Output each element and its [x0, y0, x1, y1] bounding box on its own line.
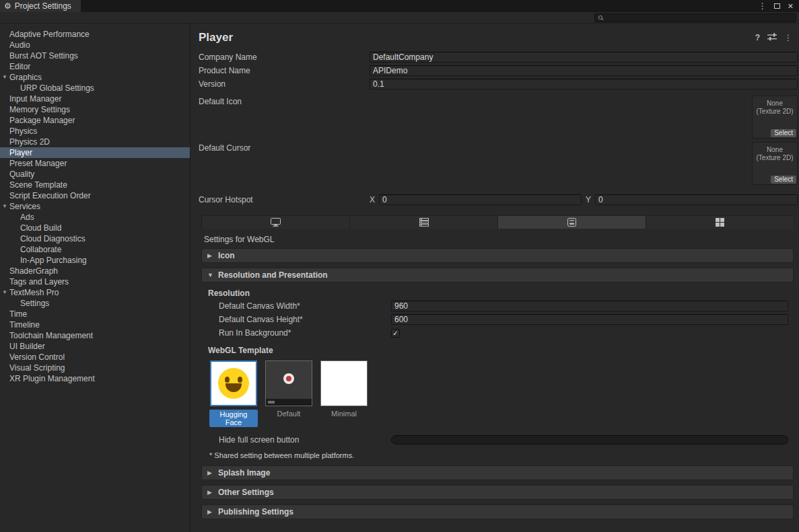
- sidebar-item-scene-template[interactable]: Scene Template: [0, 180, 190, 190]
- page-title: Player: [199, 31, 233, 44]
- canvas-height-row: Default Canvas Height*: [201, 313, 794, 326]
- sidebar-item-label: URP Global Settings: [20, 83, 94, 93]
- title-bar: ⚙ Project Settings ⋮ ✕: [0, 0, 799, 12]
- section-other-settings[interactable]: ▶ Other Settings: [201, 485, 794, 500]
- default-cursor-select-button[interactable]: Select: [771, 176, 796, 184]
- version-field[interactable]: [370, 79, 798, 89]
- search-input[interactable]: [604, 14, 796, 22]
- sidebar-item-cloud-build[interactable]: Cloud Build: [0, 223, 190, 233]
- sidebar-item-script-execution-order[interactable]: Script Execution Order: [0, 190, 190, 201]
- foldout-open-icon[interactable]: ▼: [1, 201, 9, 212]
- hotspot-y-field[interactable]: [595, 194, 798, 205]
- default-cursor-object-picker[interactable]: None (Texture 2D) Select: [752, 142, 798, 185]
- sidebar-item-burst-aot-settings[interactable]: Burst AOT Settings: [0, 50, 190, 61]
- sidebar-item-label: Editor: [9, 62, 30, 71]
- template-option-minimal[interactable]: Minimal: [320, 360, 368, 427]
- platform-tab-webgl[interactable]: [498, 216, 646, 229]
- fold-right-icon: ▶: [207, 252, 214, 259]
- company-name-label: Company Name: [199, 52, 370, 62]
- search-box[interactable]: [594, 13, 796, 22]
- sidebar-item-visual-scripting[interactable]: Visual Scripting: [0, 363, 190, 373]
- fold-right-icon: ▶: [207, 508, 214, 515]
- sidebar-item-urp-global-settings[interactable]: URP Global Settings: [0, 83, 190, 93]
- sidebar-item-services[interactable]: ▼Services: [0, 201, 190, 212]
- template-thumbnail[interactable]: [210, 360, 257, 406]
- hotspot-x-label: X: [370, 195, 379, 204]
- sidebar-item-physics-2d[interactable]: Physics 2D: [0, 137, 190, 147]
- sidebar-item-label: Physics 2D: [9, 137, 50, 147]
- sidebar-item-graphics[interactable]: ▼Graphics: [0, 72, 190, 83]
- section-publishing-settings[interactable]: ▶ Publishing Settings: [201, 504, 794, 519]
- sidebar-item-label: Ads: [20, 213, 34, 222]
- sidebar-item-label: Time: [9, 309, 27, 319]
- run-in-background-label: Run In Background*: [219, 328, 391, 338]
- maximize-icon[interactable]: [774, 3, 780, 9]
- gear-icon: ⚙: [4, 1, 11, 11]
- canvas-width-label: Default Canvas Width*: [219, 301, 391, 311]
- sidebar-item-adaptive-performance[interactable]: Adaptive Performance: [0, 29, 190, 40]
- sidebar-item-quality[interactable]: Quality: [0, 169, 190, 180]
- sidebar-item-label: Cloud Diagnostics: [20, 234, 85, 243]
- canvas-height-field[interactable]: [391, 314, 788, 325]
- product-name-field[interactable]: [370, 65, 798, 76]
- template-option-default[interactable]: Default: [265, 360, 313, 427]
- default-icon-select-button[interactable]: Select: [771, 129, 796, 137]
- sidebar-item-collaborate[interactable]: Collaborate: [0, 244, 190, 255]
- sidebar-item-time[interactable]: Time: [0, 309, 190, 319]
- sidebar-item-player[interactable]: Player: [0, 147, 190, 158]
- presets-icon[interactable]: [767, 33, 777, 43]
- section-publishing-settings-label: Publishing Settings: [218, 507, 293, 517]
- sidebar-item-label: In-App Purchasing: [20, 256, 87, 265]
- hide-fullscreen-row: Hide full screen button: [201, 433, 794, 447]
- default-icon-object-picker[interactable]: None (Texture 2D) Select: [752, 96, 798, 139]
- foldout-open-icon[interactable]: ▼: [1, 287, 9, 298]
- platform-tab-desktop[interactable]: [202, 216, 350, 229]
- sidebar-item-label: Player: [9, 148, 32, 157]
- help-icon[interactable]: ?: [755, 33, 760, 42]
- sidebar-item-preset-manager[interactable]: Preset Manager: [0, 158, 190, 169]
- sidebar-item-xr-plugin-management[interactable]: XR Plugin Management: [0, 373, 190, 384]
- hide-fullscreen-field[interactable]: [391, 435, 788, 445]
- company-name-field[interactable]: [370, 52, 798, 63]
- sidebar-item-editor[interactable]: Editor: [0, 61, 190, 72]
- template-thumbnail[interactable]: [265, 360, 312, 406]
- template-footer-bar: [266, 399, 312, 406]
- default-cursor-row: Default Cursor None (Texture 2D) Select: [199, 142, 798, 186]
- platform-tab-dedicated-server[interactable]: [350, 216, 498, 229]
- section-icon[interactable]: ▶ Icon: [201, 248, 794, 263]
- hotspot-x-field[interactable]: [379, 194, 582, 205]
- sidebar-item-shadergraph[interactable]: ShaderGraph: [0, 266, 190, 276]
- sidebar-item-input-manager[interactable]: Input Manager: [0, 93, 190, 104]
- sidebar-item-package-manager[interactable]: Package Manager: [0, 115, 190, 126]
- close-icon[interactable]: ✕: [788, 2, 794, 11]
- sidebar-item-ads[interactable]: Ads: [0, 212, 190, 223]
- sidebar-item-label: Input Manager: [9, 94, 61, 104]
- platform-tab-windows[interactable]: [646, 216, 794, 229]
- sidebar-item-cloud-diagnostics[interactable]: Cloud Diagnostics: [0, 233, 190, 244]
- canvas-width-field[interactable]: [391, 301, 788, 311]
- template-name: Hugging Face: [209, 410, 258, 427]
- sidebar-item-toolchain-management[interactable]: Toolchain Management: [0, 330, 190, 341]
- sidebar-item-audio[interactable]: Audio: [0, 40, 190, 50]
- more-options-icon[interactable]: ⋮: [784, 33, 792, 42]
- sidebar-item-memory-settings[interactable]: Memory Settings: [0, 104, 190, 115]
- sidebar-item-physics[interactable]: Physics: [0, 126, 190, 137]
- sidebar-item-tags-and-layers[interactable]: Tags and Layers: [0, 276, 190, 287]
- sidebar-item-version-control[interactable]: Version Control: [0, 352, 190, 363]
- sidebar-item-textmesh-pro[interactable]: ▼TextMesh Pro: [0, 287, 190, 298]
- template-thumbnail[interactable]: [320, 360, 368, 406]
- product-name-row: Product Name: [199, 64, 798, 77]
- window-menu-icon[interactable]: ⋮: [759, 1, 767, 11]
- window-tab[interactable]: ⚙ Project Settings: [0, 0, 81, 12]
- window-controls: ⋮ ✕: [759, 0, 799, 12]
- window-title: Project Settings: [15, 1, 71, 11]
- sidebar-item-ui-builder[interactable]: UI Builder: [0, 341, 190, 352]
- run-in-background-checkbox[interactable]: ✓: [391, 329, 400, 338]
- template-option-hugging-face[interactable]: Hugging Face: [209, 360, 258, 427]
- section-splash-image[interactable]: ▶ Splash Image: [201, 465, 794, 480]
- sidebar-item-settings[interactable]: Settings: [0, 298, 190, 309]
- sidebar-item-timeline[interactable]: Timeline: [0, 319, 190, 330]
- sidebar-item-in-app-purchasing[interactable]: In-App Purchasing: [0, 255, 190, 266]
- section-resolution-presentation[interactable]: ▼ Resolution and Presentation: [201, 268, 794, 282]
- foldout-open-icon[interactable]: ▼: [1, 72, 9, 83]
